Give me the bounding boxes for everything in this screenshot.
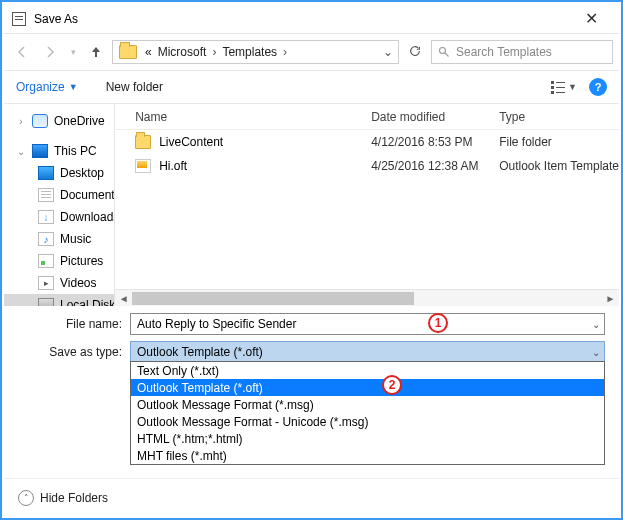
savetype-option[interactable]: Text Only (*.txt) [131, 362, 604, 379]
oft-file-icon [135, 159, 151, 173]
tree-downloads[interactable]: Downloads [4, 206, 114, 228]
arrow-up-icon [88, 44, 104, 60]
file-list: Name Date modified Type LiveContent4/12/… [115, 104, 619, 306]
tree-onedrive[interactable]: ›OneDrive [4, 110, 114, 132]
chevron-right-icon[interactable]: › [210, 45, 218, 59]
tree-desktop[interactable]: Desktop [4, 162, 114, 184]
tree-localdisk[interactable]: Local Disk (C:) [4, 294, 114, 306]
tree-documents[interactable]: Documents [4, 184, 114, 206]
filename-input[interactable]: Auto Reply to Specific Sender ⌄ [130, 313, 605, 335]
new-folder-button[interactable]: New folder [106, 80, 163, 94]
titlebar: Save As ✕ [4, 4, 619, 34]
command-bar: Organize ▼ New folder ▼ ? [4, 70, 619, 104]
footer: ˄ Hide Folders [4, 478, 619, 516]
hide-folders-button[interactable]: ˄ Hide Folders [18, 490, 108, 506]
explorer-body: ›OneDrive ⌄This PC Desktop Documents Dow… [4, 104, 619, 306]
savetype-option[interactable]: MHT files (*.mht) [131, 447, 604, 464]
refresh-button[interactable] [403, 44, 427, 61]
chevron-up-icon: ˄ [18, 490, 34, 506]
folder-icon [135, 135, 151, 149]
tree-thispc[interactable]: ⌄This PC [4, 140, 114, 162]
documents-icon [38, 188, 54, 202]
svg-rect-5 [556, 87, 565, 88]
search-input[interactable]: Search Templates [431, 40, 613, 64]
savetype-option[interactable]: Outlook Template (*.oft) [131, 379, 604, 396]
callout-1: 1 [428, 313, 448, 333]
arrow-right-icon [42, 44, 58, 60]
crumb-microsoft[interactable]: Microsoft [156, 45, 209, 59]
pc-icon [32, 144, 48, 158]
downloads-icon [38, 210, 54, 224]
crumb-prefix: « [143, 45, 154, 59]
desktop-icon [38, 166, 54, 180]
up-button[interactable] [84, 40, 108, 64]
col-date[interactable]: Date modified [371, 110, 499, 124]
savetype-option[interactable]: Outlook Message Format (*.msg) [131, 396, 604, 413]
tree-videos[interactable]: Videos [4, 272, 114, 294]
col-type[interactable]: Type [499, 110, 619, 124]
help-button[interactable]: ? [589, 78, 607, 96]
chevron-down-icon: ▼ [69, 82, 78, 92]
savetype-dropdown: Text Only (*.txt)Outlook Template (*.oft… [130, 361, 605, 465]
save-form: File name: Auto Reply to Specific Sender… [4, 306, 619, 368]
col-name[interactable]: Name [115, 110, 371, 124]
table-row[interactable]: LiveContent4/12/2016 8:53 PMFile folder [115, 130, 619, 154]
window-icon [12, 12, 26, 26]
view-details-icon [550, 80, 566, 94]
savetype-select[interactable]: Outlook Template (*.oft) ⌄ [130, 341, 605, 363]
nav-toolbar: ▾ « Microsoft › Templates › ⌄ Search Tem… [4, 34, 619, 70]
svg-rect-4 [551, 86, 554, 89]
savetype-label: Save as type: [18, 345, 130, 359]
search-placeholder: Search Templates [456, 45, 552, 59]
address-bar[interactable]: « Microsoft › Templates › ⌄ [112, 40, 399, 64]
music-icon [38, 232, 54, 246]
svg-line-1 [445, 53, 449, 57]
savetype-option[interactable]: Outlook Message Format - Unicode (*.msg) [131, 413, 604, 430]
file-rows: LiveContent4/12/2016 8:53 PMFile folderH… [115, 130, 619, 289]
chevron-down-icon: ▼ [568, 82, 577, 92]
filename-label: File name: [18, 317, 130, 331]
tree-music[interactable]: Music [4, 228, 114, 250]
chevron-down-icon[interactable]: ⌄ [592, 347, 600, 358]
refresh-icon [408, 44, 422, 58]
nav-tree: ›OneDrive ⌄This PC Desktop Documents Dow… [4, 104, 115, 306]
close-button[interactable]: ✕ [571, 9, 611, 28]
svg-rect-2 [551, 81, 554, 84]
table-row[interactable]: Hi.oft4/25/2016 12:38 AMOutlook Item Tem… [115, 154, 619, 178]
column-headers: Name Date modified Type [115, 104, 619, 130]
arrow-left-icon [14, 44, 30, 60]
svg-point-0 [440, 48, 446, 54]
tree-pictures[interactable]: Pictures [4, 250, 114, 272]
pictures-icon [38, 254, 54, 268]
view-options-button[interactable]: ▼ [550, 80, 577, 94]
scroll-left-icon[interactable]: ◄ [115, 293, 132, 304]
crumb-templates[interactable]: Templates [220, 45, 279, 59]
scrollbar-thumb[interactable] [132, 292, 414, 305]
svg-rect-7 [556, 92, 565, 93]
videos-icon [38, 276, 54, 290]
savetype-option[interactable]: HTML (*.htm;*.html) [131, 430, 604, 447]
address-dropdown[interactable]: ⌄ [380, 45, 396, 59]
save-as-dialog: Save As ✕ ▾ « Microsoft › Templates › ⌄ [4, 4, 619, 516]
back-button[interactable] [10, 40, 34, 64]
search-icon [438, 46, 450, 58]
callout-2: 2 [382, 375, 402, 395]
forward-button[interactable] [38, 40, 62, 64]
folder-icon [119, 45, 137, 59]
recent-dropdown[interactable]: ▾ [66, 40, 80, 64]
onedrive-icon [32, 114, 48, 128]
svg-rect-6 [551, 91, 554, 94]
chevron-right-icon[interactable]: › [281, 45, 289, 59]
window-title: Save As [34, 12, 571, 26]
horizontal-scrollbar[interactable]: ◄ ► [115, 289, 619, 306]
scroll-right-icon[interactable]: ► [602, 293, 619, 304]
organize-menu[interactable]: Organize ▼ [16, 80, 78, 94]
disk-icon [38, 298, 54, 306]
svg-rect-3 [556, 82, 565, 83]
chevron-down-icon[interactable]: ⌄ [592, 319, 600, 330]
